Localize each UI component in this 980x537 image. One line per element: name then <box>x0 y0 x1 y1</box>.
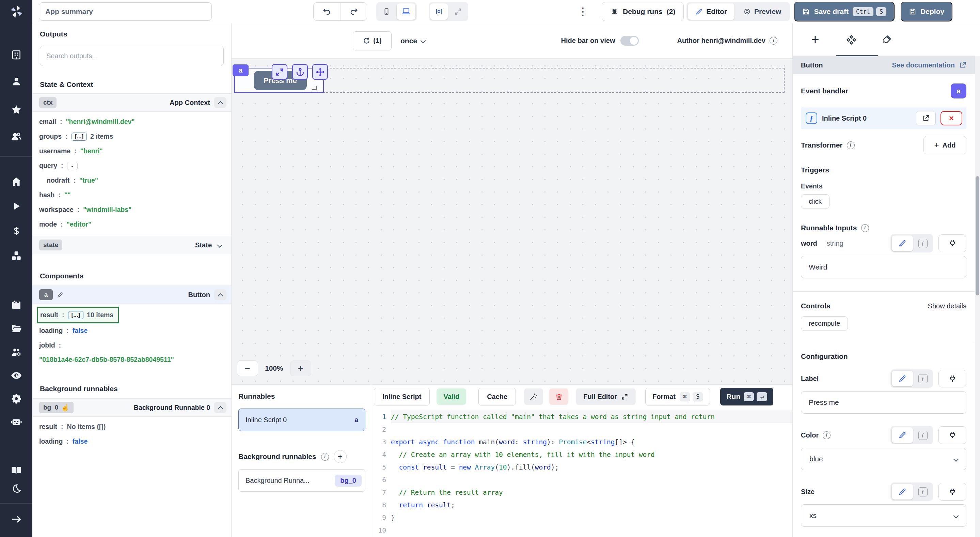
info-icon[interactable]: i <box>770 37 777 45</box>
add-bg-runnable-button[interactable]: + <box>334 450 347 463</box>
output-row-loading[interactable]: loading:false <box>39 434 231 449</box>
more-menu-button[interactable]: ⋮ <box>578 8 588 15</box>
connect-input-button[interactable] <box>939 370 966 387</box>
remove-script-button[interactable]: × <box>940 111 962 125</box>
expand-handle-button[interactable] <box>272 64 287 80</box>
sidebar-item-home-icon[interactable] <box>9 174 24 189</box>
scrollbar[interactable] <box>975 56 980 537</box>
output-row-result[interactable]: result:No items ([]) <box>39 419 231 434</box>
button-component-header[interactable]: a Button <box>32 285 231 304</box>
event-chip-click[interactable]: click <box>801 194 829 209</box>
sidebar-item-book-icon[interactable] <box>9 464 24 478</box>
resize-handle[interactable] <box>312 86 317 90</box>
see-documentation-link[interactable]: See documentation <box>892 61 966 69</box>
output-row-email[interactable]: email:"henri@windmill.dev" <box>39 115 231 129</box>
output-row-query[interactable]: query:- <box>39 158 231 173</box>
info-icon[interactable]: i <box>822 431 830 439</box>
sidebar-item-cubes-icon[interactable] <box>9 249 24 263</box>
redo-button[interactable] <box>340 3 367 21</box>
move-handle-button[interactable] <box>312 64 328 80</box>
search-outputs-input[interactable] <box>40 46 224 66</box>
tab-preview[interactable]: Preview <box>736 3 789 20</box>
static-mode-button[interactable] <box>892 427 913 443</box>
static-mode-button[interactable] <box>892 236 913 251</box>
tab-styling-brush-icon[interactable] <box>879 32 894 47</box>
sidebar-item-arrow-right-icon[interactable] <box>9 512 24 526</box>
ctx-object-header[interactable]: ctx App Context <box>32 93 231 112</box>
desktop-view-button[interactable] <box>397 3 415 20</box>
deploy-button[interactable]: Deploy <box>900 2 952 21</box>
tab-insert-plus-icon[interactable]: + <box>808 32 822 47</box>
open-script-button[interactable] <box>916 111 936 125</box>
info-icon[interactable]: i <box>847 142 855 149</box>
undo-button[interactable] <box>313 3 340 21</box>
control-chip-recompute[interactable]: recompute <box>801 316 848 331</box>
expression-mode-button[interactable]: ƒ <box>914 236 932 251</box>
refresh-mode-select[interactable]: once <box>401 37 425 45</box>
app-canvas[interactable]: a Press me − 100% + <box>232 59 792 384</box>
output-row-loading[interactable]: loading:false <box>39 323 231 338</box>
output-row-hash[interactable]: hash:"" <box>39 188 231 202</box>
output-row-mode[interactable]: mode:"editor" <box>39 217 231 232</box>
hide-bar-toggle[interactable] <box>620 36 639 46</box>
info-icon[interactable]: i <box>321 453 329 461</box>
code-lines[interactable]: // TypeScript function called "main" tha… <box>391 408 792 537</box>
refresh-button[interactable]: (1) <box>353 31 391 51</box>
connect-input-button[interactable] <box>939 426 966 444</box>
attached-script-row[interactable]: ƒ Inline Script 0 × <box>801 107 966 129</box>
empty-value-chip[interactable]: - <box>67 162 78 170</box>
static-mode-button[interactable] <box>892 371 913 386</box>
expression-mode-button[interactable]: ƒ <box>914 484 932 500</box>
language-tab[interactable]: Inline Script <box>374 388 430 405</box>
sidebar-item-gear-icon[interactable] <box>9 392 24 406</box>
runnable-item[interactable]: Inline Script 0a <box>239 408 365 431</box>
debug-runs-button[interactable]: Debug runs (2) <box>602 2 684 21</box>
expression-mode-button[interactable]: ƒ <box>914 427 932 443</box>
expression-mode-button[interactable]: ƒ <box>914 371 932 386</box>
code-area[interactable]: 12345678910 // TypeScript function calle… <box>371 408 792 537</box>
center-layout-button[interactable] <box>430 3 448 20</box>
full-editor-button[interactable]: Full Editor <box>576 389 636 405</box>
sidebar-item-user-gear-icon[interactable] <box>9 345 24 360</box>
sidebar-item-building-icon[interactable] <box>9 48 24 62</box>
show-details-link[interactable]: Show details <box>928 302 966 310</box>
sidebar-item-user-icon[interactable] <box>9 74 24 89</box>
anchor-handle-button[interactable] <box>292 64 308 80</box>
windmill-logo-icon[interactable] <box>9 4 24 19</box>
sidebar-item-moon-icon[interactable] <box>9 481 24 496</box>
cache-button[interactable]: Cache <box>479 388 516 405</box>
sidebar-item-users-icon[interactable] <box>9 129 24 144</box>
state-object-header[interactable]: state State <box>32 236 231 254</box>
mobile-view-button[interactable] <box>378 3 395 20</box>
scrollbar-thumb[interactable] <box>975 176 979 295</box>
size-select[interactable]: xs <box>801 504 966 527</box>
sidebar-item-robot-icon[interactable] <box>9 415 24 429</box>
run-button[interactable]: Run ⌘↵ <box>720 388 773 405</box>
tab-component-settings-icon[interactable] <box>844 32 859 47</box>
sidebar-item-folder-icon[interactable] <box>9 321 24 336</box>
info-icon[interactable]: i <box>861 224 869 232</box>
save-draft-button[interactable]: Save draft CtrlS <box>794 2 894 21</box>
app-summary-input[interactable] <box>39 2 212 21</box>
fullwidth-layout-button[interactable] <box>449 3 467 20</box>
word-input[interactable] <box>801 256 966 278</box>
ai-wand-button[interactable] <box>524 389 543 405</box>
collapse-button[interactable] <box>214 97 226 108</box>
bg-runnable-header[interactable]: bg_0 ☝ Background Runnable 0 <box>32 398 231 417</box>
connect-input-button[interactable] <box>939 483 966 500</box>
sidebar-item-star-icon[interactable] <box>9 102 24 117</box>
output-row-username[interactable]: username:"henri" <box>39 144 231 158</box>
collapse-button[interactable] <box>214 402 226 413</box>
tab-editor[interactable]: Editor <box>688 3 735 20</box>
static-mode-button[interactable] <box>892 484 913 500</box>
bg-runnable-item[interactable]: Background Runna...bg_0 <box>239 469 365 492</box>
sidebar-item-dollar-icon[interactable] <box>9 224 24 238</box>
expand-array-chip[interactable]: [...] <box>72 132 87 141</box>
output-row-jobId[interactable]: jobId: <box>39 338 231 353</box>
output-row-nodraft[interactable]: nodraft:"true" <box>39 173 231 188</box>
expand-array-chip[interactable]: [...] <box>68 311 84 319</box>
label-field[interactable] <box>801 391 966 414</box>
sidebar-item-calendar-icon[interactable] <box>9 298 24 312</box>
add-transformer-button[interactable]: +Add <box>923 136 966 155</box>
connect-input-button[interactable] <box>939 234 966 252</box>
